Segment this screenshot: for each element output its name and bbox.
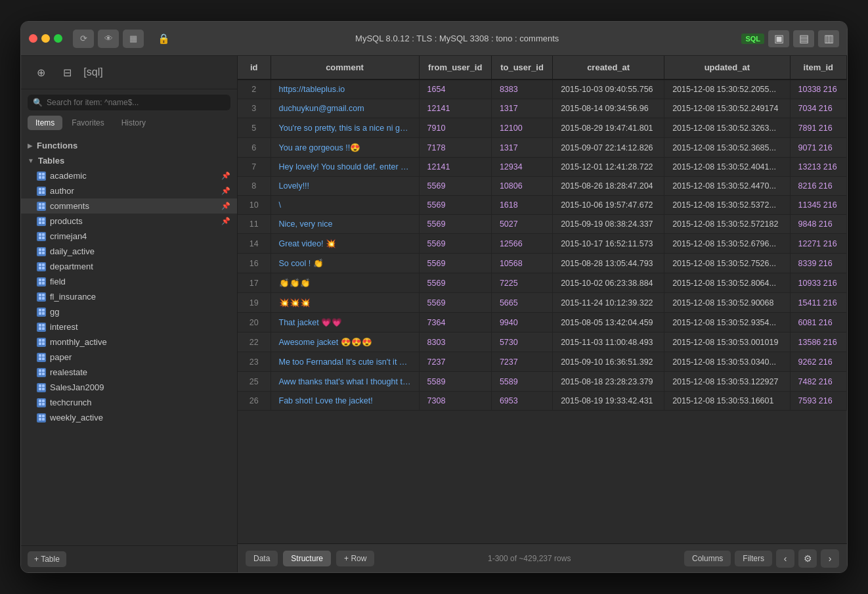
table-item-techcrunch[interactable]: techcrunch [21,395,237,410]
from_user_id-cell[interactable]: 12141 [419,99,491,118]
table-item-department[interactable]: department [21,259,237,274]
to_user_id-cell[interactable]: 6953 [491,392,552,411]
updated_at-cell[interactable]: 2015-12-08 15:30:52.7526... [664,254,790,273]
id-cell[interactable]: 11 [238,215,271,234]
search-input[interactable] [47,98,225,107]
table-item-paper[interactable]: paper [21,350,237,365]
structure-tab-button[interactable]: Structure [283,551,331,566]
created_at-cell[interactable]: 2015-08-28 13:05:44.793 [553,254,664,273]
updated_at-cell[interactable]: 2015-12-08 15:30:52.3263... [664,118,790,138]
to_user_id-cell[interactable]: 5665 [491,293,552,313]
table-row[interactable]: 14Great video! 💥5569125662015-10-17 16:5… [238,234,847,254]
table-row[interactable]: 7Hey lovely! You should def. enter the C… [238,158,847,177]
comment-cell[interactable]: Fab shot! Love the jacket! [271,392,419,411]
updated_at-cell[interactable]: 2015-12-08 15:30:52.572182 [664,215,790,234]
table-item-weekly_active[interactable]: weekly_active [21,410,237,425]
created_at-cell[interactable]: 2015-08-19 19:33:42.431 [553,392,664,411]
id-cell[interactable]: 19 [238,293,271,313]
table-row[interactable]: 22Awesome jacket 😍😍😍830357302015-11-03 1… [238,332,847,352]
item_id-cell[interactable]: 9848 216 [790,215,846,234]
to_user_id-cell[interactable]: 10806 [491,177,552,196]
to_user_id-cell[interactable]: 12100 [491,118,552,138]
from_user_id-cell[interactable]: 7178 [419,138,491,158]
table-item-comments[interactable]: comments 📌 [21,198,237,214]
settings-button[interactable]: ⚙ [798,549,817,568]
created_at-cell[interactable]: 2015-11-24 10:12:39.322 [553,293,664,313]
id-cell[interactable]: 5 [238,118,271,138]
table-item-field[interactable]: field [21,274,237,289]
col-header-to_user_id[interactable]: to_user_id [491,56,552,80]
created_at-cell[interactable]: 2015-08-05 13:42:04.459 [553,313,664,332]
table-item-daily_active[interactable]: daily_active [21,244,237,259]
from_user_id-cell[interactable]: 5569 [419,293,491,313]
item_id-cell[interactable]: 8339 216 [790,254,846,273]
table-icon-btn[interactable]: ⊟ [55,62,79,82]
id-cell[interactable]: 26 [238,392,271,411]
created_at-cell[interactable]: 2015-09-19 08:38:24.337 [553,215,664,234]
database-icon[interactable]: ⊕ [29,62,53,82]
tab-items[interactable]: Items [28,116,62,130]
comment-cell[interactable]: Awesome jacket 😍😍😍 [271,332,419,352]
filters-button[interactable]: Filters [735,551,772,566]
from_user_id-cell[interactable]: 5569 [419,196,491,215]
to_user_id-cell[interactable]: 10568 [491,254,552,273]
item_id-cell[interactable]: 10933 216 [790,273,846,293]
created_at-cell[interactable]: 2015-11-03 11:00:48.493 [553,332,664,352]
id-cell[interactable]: 6 [238,138,271,158]
table-row[interactable]: 16So cool ! 👏5569105682015-08-28 13:05:4… [238,254,847,273]
col-header-created_at[interactable]: created_at [553,56,664,80]
item_id-cell[interactable]: 10338 216 [790,80,846,99]
from_user_id-cell[interactable]: 5569 [419,177,491,196]
from_user_id-cell[interactable]: 8303 [419,332,491,352]
table-row[interactable]: 25Aww thanks that's what I thought to lo… [238,372,847,392]
from_user_id-cell[interactable]: 5569 [419,273,491,293]
table-row[interactable]: 2https://tableplus.io165483832015-10-03 … [238,80,847,99]
to_user_id-cell[interactable]: 12566 [491,234,552,254]
created_at-cell[interactable]: 2015-10-03 09:40:55.756 [553,80,664,99]
from_user_id-cell[interactable]: 7237 [419,352,491,372]
created_at-cell[interactable]: 2015-08-26 18:28:47.204 [553,177,664,196]
created_at-cell[interactable]: 2015-09-10 16:36:51.392 [553,352,664,372]
to_user_id-cell[interactable]: 1317 [491,99,552,118]
created_at-cell[interactable]: 2015-12-01 12:41:28.722 [553,158,664,177]
table-row[interactable]: 20That jacket 💗💗736499402015-08-05 13:42… [238,313,847,332]
from_user_id-cell[interactable]: 12141 [419,158,491,177]
eye-icon[interactable]: 👁 [98,30,119,48]
item_id-cell[interactable]: 7034 216 [790,99,846,118]
to_user_id-cell[interactable]: 1317 [491,138,552,158]
table-row[interactable]: 26Fab shot! Love the jacket!730869532015… [238,392,847,411]
functions-section[interactable]: ▶ Functions [21,138,237,153]
comment-cell[interactable]: Great video! 💥 [271,234,419,254]
table-row[interactable]: 10\556916182015-10-06 19:57:47.6722015-1… [238,196,847,215]
table-item-academic[interactable]: academic 📌 [21,168,237,183]
updated_at-cell[interactable]: 2015-12-08 15:30:52.8064... [664,273,790,293]
data-table-container[interactable]: id comment from_user_id to_user_id creat… [238,56,847,543]
id-cell[interactable]: 17 [238,273,271,293]
from_user_id-cell[interactable]: 5569 [419,234,491,254]
to_user_id-cell[interactable]: 5027 [491,215,552,234]
comment-cell[interactable]: You are gorgeous !!😍 [271,138,419,158]
col-header-from_user_id[interactable]: from_user_id [419,56,491,80]
table-row[interactable]: 11Nice, very nice556950272015-09-19 08:3… [238,215,847,234]
to_user_id-cell[interactable]: 7225 [491,273,552,293]
comment-cell[interactable]: Nice, very nice [271,215,419,234]
table-item-interest[interactable]: interest [21,319,237,334]
table-row[interactable]: 19💥💥💥556956652015-11-24 10:12:39.3222015… [238,293,847,313]
item_id-cell[interactable]: 7482 216 [790,372,846,392]
col-header-id[interactable]: id [238,56,271,80]
comment-cell[interactable]: https://tableplus.io [271,80,419,99]
table-item-monthly_active[interactable]: monthly_active [21,334,237,350]
tables-section[interactable]: ▼ Tables [21,153,237,168]
data-tab-button[interactable]: Data [246,551,278,566]
item_id-cell[interactable]: 7891 216 [790,118,846,138]
created_at-cell[interactable]: 2015-09-07 22:14:12.826 [553,138,664,158]
search-box[interactable]: 🔍 [28,95,230,110]
columns-button[interactable]: Columns [684,551,731,566]
comment-cell[interactable]: 👏👏👏 [271,273,419,293]
id-cell[interactable]: 20 [238,313,271,332]
add-table-button[interactable]: + Table [28,551,66,567]
from_user_id-cell[interactable]: 1654 [419,80,491,99]
maximize-button[interactable] [54,34,62,43]
updated_at-cell[interactable]: 2015-12-08 15:30:53.001019 [664,332,790,352]
from_user_id-cell[interactable]: 5589 [419,372,491,392]
